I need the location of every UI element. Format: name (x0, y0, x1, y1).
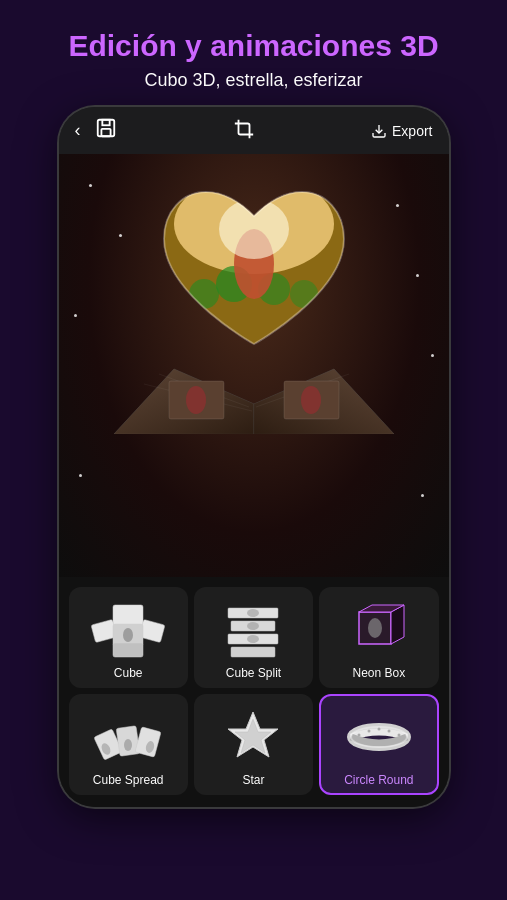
back-icon[interactable]: ‹ (75, 120, 81, 141)
sparkle-3 (396, 204, 399, 207)
svg-point-31 (247, 635, 259, 643)
save-icon[interactable] (95, 117, 117, 144)
svg-point-9 (290, 280, 318, 308)
main-title: Edición y animaciones 3D (20, 28, 487, 64)
sparkle-1 (89, 184, 92, 187)
effect-neon-box-label: Neon Box (352, 666, 405, 680)
sparkle-4 (416, 274, 419, 277)
effect-cube[interactable]: Cube (69, 587, 188, 688)
svg-rect-2 (101, 129, 110, 136)
effect-circle-round[interactable]: Circle Round (319, 694, 438, 795)
svg-point-46 (377, 727, 380, 730)
toolbar: ‹ Export (59, 107, 449, 154)
effect-star-preview (208, 704, 298, 769)
effect-neon-box[interactable]: Neon Box (319, 587, 438, 688)
sparkle-5 (79, 474, 82, 477)
svg-point-30 (247, 622, 259, 630)
sub-title: Cubo 3D, estrella, esferizar (20, 70, 487, 91)
effects-panel: Cube Cube Spl (59, 577, 449, 807)
svg-rect-19 (113, 605, 143, 627)
crop-icon[interactable] (233, 118, 255, 144)
effect-cube-label: Cube (114, 666, 143, 680)
effect-cube-split-label: Cube Split (226, 666, 281, 680)
svg-point-45 (367, 729, 370, 732)
effect-cube-split[interactable]: Cube Split (194, 587, 313, 688)
effect-star[interactable]: Star (194, 694, 313, 795)
effects-grid: Cube Cube Spl (69, 587, 439, 795)
svg-rect-23 (113, 643, 143, 657)
sparkle-7 (74, 314, 77, 317)
effect-cube-split-preview (208, 597, 298, 662)
effect-cube-preview (83, 597, 173, 662)
toolbar-left: ‹ (75, 117, 117, 144)
svg-rect-28 (231, 647, 275, 657)
svg-point-33 (368, 618, 382, 638)
svg-point-47 (387, 729, 390, 732)
heart-3d-display (114, 174, 394, 434)
export-button[interactable]: Export (371, 123, 432, 139)
sparkle-6 (421, 494, 424, 497)
svg-point-6 (189, 279, 219, 309)
svg-point-18 (301, 386, 321, 414)
effect-cube-spread[interactable]: Cube Spread (69, 694, 188, 795)
phone-frame: ‹ Export (59, 107, 449, 807)
svg-point-29 (247, 609, 259, 617)
svg-point-11 (219, 199, 289, 259)
effect-circle-round-preview (334, 704, 424, 769)
svg-point-24 (123, 628, 133, 642)
effect-cube-spread-preview (83, 704, 173, 769)
sparkle-8 (431, 354, 434, 357)
effect-star-label: Star (242, 773, 264, 787)
header-section: Edición y animaciones 3D Cubo 3D, estrel… (0, 0, 507, 107)
book-pages (114, 349, 394, 434)
effect-neon-box-preview (334, 597, 424, 662)
svg-point-17 (186, 386, 206, 414)
canvas-area (59, 154, 449, 577)
heart-image (144, 174, 364, 374)
effect-circle-round-label: Circle Round (344, 773, 413, 787)
svg-point-38 (124, 739, 132, 751)
svg-point-48 (397, 733, 400, 736)
export-label: Export (392, 123, 432, 139)
svg-point-44 (357, 733, 360, 736)
effect-cube-spread-label: Cube Spread (93, 773, 164, 787)
svg-rect-1 (102, 120, 109, 126)
